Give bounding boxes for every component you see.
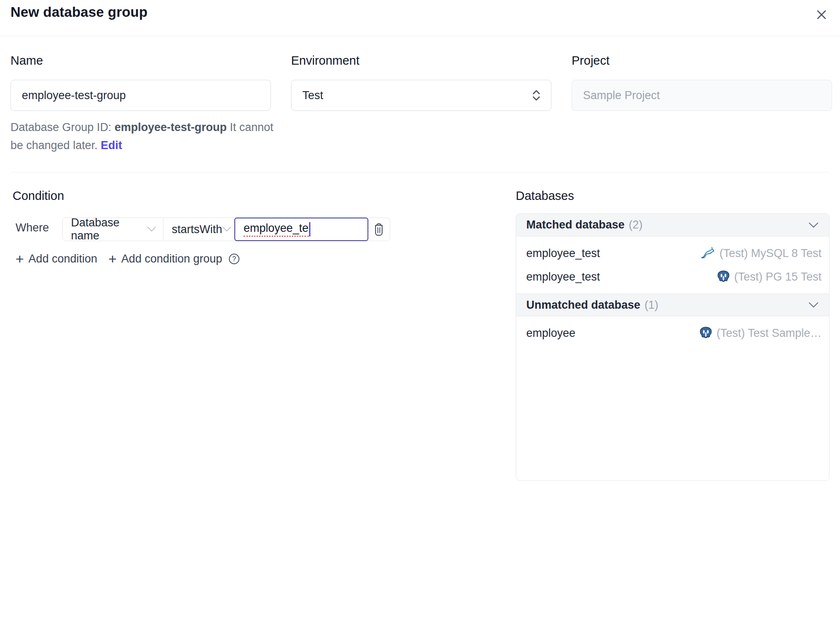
condition-field-select[interactable]: Database name <box>63 218 163 241</box>
delete-condition-button[interactable] <box>373 223 385 236</box>
postgres-icon <box>717 270 730 284</box>
environment-selected-value: Test <box>302 89 323 102</box>
chevron-down-icon <box>147 226 156 232</box>
dialog-title: New database group <box>10 4 147 20</box>
close-button[interactable] <box>812 5 831 24</box>
databases-panel: Matched database (2) employee_test <box>516 213 830 481</box>
name-input-value: employee-test-group <box>22 89 126 102</box>
matched-database-rows: employee_test (Test) MySQL 8 Test employ… <box>516 236 829 294</box>
instance-label: (Test) Test Sample… <box>699 326 822 340</box>
matched-database-header[interactable]: Matched database (2) <box>516 214 829 236</box>
condition-operator-value: startsWith <box>172 223 222 236</box>
mysql-icon <box>701 247 716 260</box>
trash-icon <box>373 223 385 236</box>
database-row: employee (Test) Test Sample… <box>516 321 829 345</box>
add-condition-label: Add condition <box>29 252 97 265</box>
text-cursor <box>309 222 310 236</box>
instance-name: (Test) Test Sample… <box>717 327 822 340</box>
matched-database-title: Matched database <box>526 218 625 231</box>
condition-value-input[interactable]: employee_te <box>234 218 368 241</box>
unmatched-database-count: (1) <box>645 299 659 312</box>
unmatched-database-title: Unmatched database <box>526 299 640 312</box>
database-name: employee_test <box>526 270 600 284</box>
plus-icon: + <box>16 252 24 266</box>
condition-row: Database name startsWith employee_te <box>62 218 390 241</box>
instance-name: (Test) PG 15 Test <box>734 270 822 284</box>
name-input[interactable]: employee-test-group <box>10 80 271 111</box>
name-label: Name <box>10 54 43 68</box>
instance-label: (Test) PG 15 Test <box>717 270 822 284</box>
dialog-header: New database group <box>0 0 840 36</box>
postgres-icon <box>699 326 713 340</box>
new-database-group-dialog: New database group Name Environment Proj… <box>0 0 840 630</box>
condition-operator-select[interactable]: startsWith <box>163 218 235 241</box>
environment-label: Environment <box>291 54 360 68</box>
database-name: employee_test <box>526 247 600 260</box>
database-row: employee_test (Test) MySQL 8 Test <box>516 242 829 265</box>
close-icon <box>814 7 829 22</box>
edit-id-link[interactable]: Edit <box>101 139 122 152</box>
project-input: Sample Project <box>572 80 832 111</box>
plus-icon: + <box>108 252 117 266</box>
unmatched-database-rows: employee (Test) Test Sample… <box>516 316 829 350</box>
chevron-down-icon <box>222 226 231 232</box>
database-name: employee <box>526 327 575 340</box>
chevron-down-icon <box>808 222 819 228</box>
condition-heading: Condition <box>13 189 64 203</box>
database-group-id-hint: Database Group ID: employee-test-group I… <box>10 118 283 155</box>
svg-text:?: ? <box>232 255 236 262</box>
help-icon[interactable]: ? <box>228 253 240 265</box>
select-updown-icon <box>531 89 542 102</box>
project-value: Sample Project <box>583 89 660 102</box>
chevron-down-icon <box>808 302 819 308</box>
section-divider <box>10 172 830 173</box>
matched-database-count: (2) <box>629 218 643 231</box>
trash-zone <box>368 218 390 241</box>
where-label: Where <box>16 221 49 234</box>
databases-heading: Databases <box>516 189 574 203</box>
add-condition-group-label: Add condition group <box>121 252 222 265</box>
id-hint-value: employee-test-group <box>115 121 227 134</box>
unmatched-database-header[interactable]: Unmatched database (1) <box>516 294 829 316</box>
condition-field-value: Database name <box>71 216 147 242</box>
instance-label: (Test) MySQL 8 Test <box>701 247 822 260</box>
database-row: employee_test (Test) PG 15 Test <box>516 265 829 289</box>
id-hint-prefix: Database Group ID: <box>10 121 115 134</box>
instance-name: (Test) MySQL 8 Test <box>719 247 822 260</box>
condition-value-text: employee_te <box>244 222 309 237</box>
environment-select[interactable]: Test <box>291 80 551 111</box>
add-condition-group-button[interactable]: + Add condition group ? <box>108 252 240 266</box>
add-condition-button[interactable]: + Add condition <box>16 252 97 266</box>
project-label: Project <box>572 54 609 68</box>
